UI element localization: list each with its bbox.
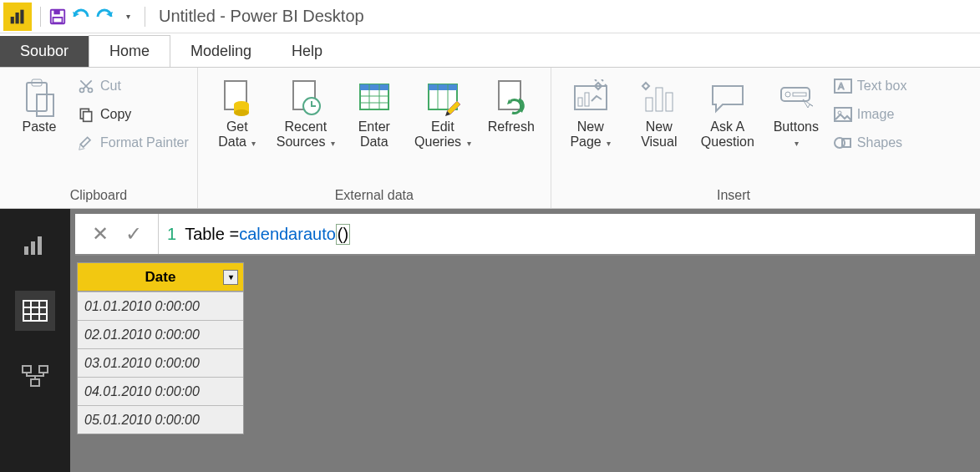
svg-rect-55: [31, 379, 39, 386]
buttons-icon: [778, 76, 815, 119]
copy-button[interactable]: Copy: [77, 103, 189, 126]
formula-bar: ✕ ✓ 1 Table = calendarauto (): [75, 214, 975, 256]
svg-rect-0: [11, 17, 14, 23]
svg-rect-38: [793, 93, 806, 96]
buttons-label: Buttons: [774, 119, 819, 150]
group-external-data: GetData RecentSources EnterData EditQuer…: [198, 68, 551, 208]
commit-formula-button[interactable]: ✓: [125, 222, 142, 246]
qat-customize[interactable]: ▾: [116, 5, 140, 28]
svg-rect-48: [23, 301, 47, 321]
edit-label: EditQueries: [414, 119, 470, 150]
recent-sources-button[interactable]: RecentSources: [275, 71, 337, 150]
new-page-button[interactable]: NewPage: [560, 71, 622, 150]
svg-rect-26: [429, 84, 457, 90]
chat-icon: [709, 76, 746, 119]
table-row[interactable]: 02.01.2010 0:00:00: [78, 320, 243, 348]
svg-rect-2: [20, 9, 23, 23]
textbox-icon: A: [834, 77, 852, 95]
model-view-button[interactable]: [15, 356, 55, 396]
svg-rect-29: [499, 81, 520, 109]
paste-button[interactable]: Paste: [8, 71, 70, 134]
cut-button[interactable]: Cut: [77, 74, 189, 98]
tab-file[interactable]: Soubor: [0, 36, 89, 67]
title-bar: ▾ Untitled - Power BI Desktop: [0, 0, 980, 33]
enter-data-button[interactable]: EnterData: [343, 71, 405, 150]
brush-icon: [77, 134, 95, 152]
ribbon: Paste Cut Copy Format Painter Clipboard: [0, 67, 980, 209]
format-painter-button[interactable]: Format Painter: [77, 131, 189, 155]
ribbon-tabs: Soubor Home Modeling Help: [0, 33, 980, 67]
enter-label: EnterData: [358, 119, 390, 150]
get-data-label: GetData: [218, 119, 256, 150]
svg-point-37: [785, 92, 790, 97]
formula-func: calendarauto: [239, 225, 336, 244]
shapes-button[interactable]: Shapes: [834, 131, 907, 155]
textbox-label: Text box: [857, 79, 907, 94]
column-name: Date: [145, 269, 176, 286]
window-title: Untitled - Power BI Desktop: [159, 7, 364, 26]
image-icon: [834, 105, 852, 124]
table-row[interactable]: 05.01.2010 0:00:00: [78, 405, 243, 434]
get-data-icon: [220, 76, 255, 119]
column-filter-dropdown[interactable]: ▾: [223, 270, 238, 285]
image-label: Image: [857, 107, 894, 122]
tab-modeling[interactable]: Modeling: [170, 36, 272, 67]
separator: [145, 7, 145, 27]
new-visual-icon: [641, 76, 678, 119]
new-visual-button[interactable]: NewVisual: [628, 71, 690, 150]
scissors-icon: [77, 77, 95, 95]
image-button[interactable]: Image: [834, 103, 907, 126]
new-page-icon: [571, 76, 610, 119]
table-icon: [357, 76, 392, 119]
new-visual-label: NewVisual: [641, 119, 677, 150]
recent-label: RecentSources: [277, 119, 335, 150]
svg-rect-4: [53, 9, 59, 14]
copy-icon: [77, 105, 95, 124]
tab-home[interactable]: Home: [89, 35, 170, 67]
report-view-button[interactable]: [15, 226, 55, 266]
save-button[interactable]: [46, 5, 69, 28]
svg-text:A: A: [838, 81, 845, 91]
copy-label: Copy: [100, 107, 131, 122]
svg-rect-54: [39, 366, 48, 373]
svg-point-16: [234, 109, 249, 116]
clipboard-icon: [22, 76, 57, 119]
cancel-formula-button[interactable]: ✕: [92, 222, 109, 246]
tab-help[interactable]: Help: [272, 36, 343, 67]
table-row[interactable]: 04.01.2010 0:00:00: [78, 377, 243, 405]
redo-button[interactable]: [93, 5, 116, 28]
svg-rect-8: [37, 94, 53, 116]
table-row[interactable]: 03.01.2010 0:00:00: [78, 348, 243, 377]
formula-input[interactable]: 1 Table = calendarauto (): [159, 224, 975, 245]
group-clipboard: Paste Cut Copy Format Painter Clipboard: [0, 68, 198, 208]
buttons-button[interactable]: Buttons: [765, 71, 827, 150]
svg-rect-31: [578, 98, 582, 106]
undo-button[interactable]: [69, 5, 93, 28]
table-row[interactable]: 01.01.2010 0:00:00: [78, 292, 243, 320]
group-label: External data: [206, 185, 542, 206]
get-data-button[interactable]: GetData: [206, 71, 268, 150]
svg-rect-53: [23, 366, 31, 373]
ask-question-button[interactable]: Ask AQuestion: [697, 71, 759, 150]
data-view-button[interactable]: [15, 291, 55, 331]
separator: [40, 7, 41, 27]
workspace: ✕ ✓ 1 Table = calendarauto () Date ▾ 01.…: [0, 209, 980, 472]
edit-queries-button[interactable]: EditQueries: [412, 71, 474, 150]
cut-label: Cut: [100, 79, 121, 94]
recent-icon: [288, 76, 323, 119]
column-header[interactable]: Date ▾: [78, 263, 243, 292]
svg-rect-35: [666, 93, 673, 111]
svg-rect-5: [53, 17, 63, 22]
svg-rect-46: [31, 241, 35, 255]
refresh-label: Refresh: [488, 119, 535, 134]
svg-rect-32: [585, 93, 589, 106]
shapes-icon: [834, 134, 852, 152]
svg-rect-20: [360, 84, 388, 90]
main-area: ✕ ✓ 1 Table = calendarauto () Date ▾ 01.…: [70, 209, 980, 472]
svg-rect-12: [84, 112, 92, 122]
shapes-label: Shapes: [857, 135, 902, 150]
refresh-button[interactable]: Refresh: [480, 71, 542, 134]
new-page-label: NewPage: [570, 119, 611, 150]
textbox-button[interactable]: A Text box: [834, 74, 907, 98]
group-label: Clipboard: [8, 185, 189, 206]
